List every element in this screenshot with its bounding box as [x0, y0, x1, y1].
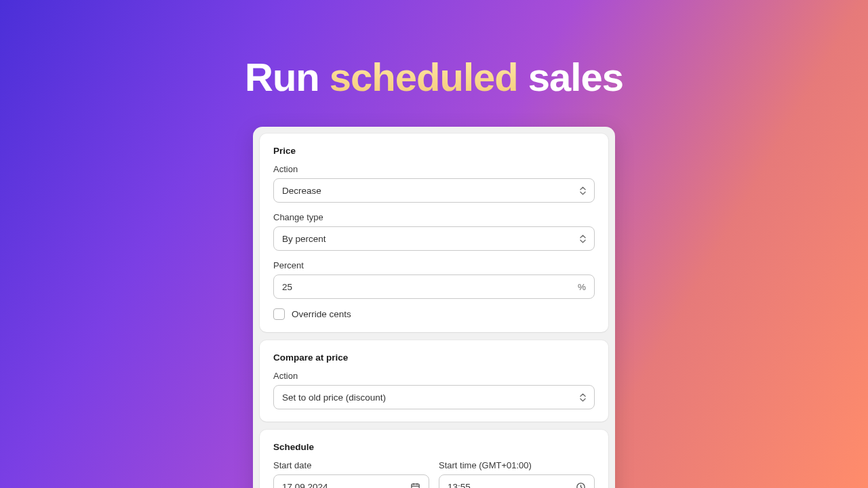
compare-title: Compare at price: [273, 352, 595, 363]
compare-card: Compare at price Action Set to old price…: [260, 340, 608, 422]
compare-action-select[interactable]: Set to old price (discount): [273, 385, 595, 409]
override-cents-label: Override cents: [292, 309, 351, 319]
calendar-icon: [410, 482, 420, 489]
heading-highlight: scheduled: [330, 55, 518, 99]
price-change-type-label: Change type: [273, 212, 595, 222]
price-change-type-value: By percent: [282, 234, 580, 244]
price-percent-input-wrap[interactable]: %: [273, 274, 595, 299]
clock-icon: [576, 482, 586, 489]
heading-part1: Run: [245, 55, 330, 99]
start-time-label: Start time (GMT+01:00): [439, 460, 595, 470]
schedule-card: Schedule Start date: [260, 430, 608, 488]
start-time-input[interactable]: [448, 482, 576, 489]
select-stepper-icon: [580, 393, 586, 402]
price-action-select[interactable]: Decrease: [273, 178, 595, 203]
select-stepper-icon: [580, 186, 586, 195]
percent-suffix: %: [578, 282, 586, 292]
price-title: Price: [273, 146, 595, 156]
price-change-type-select[interactable]: By percent: [273, 226, 595, 251]
override-cents-checkbox[interactable]: [273, 308, 285, 320]
price-percent-label: Percent: [273, 260, 595, 270]
start-date-label: Start date: [273, 460, 429, 470]
start-date-input-wrap[interactable]: [273, 474, 429, 488]
compare-action-label: Action: [273, 371, 595, 381]
price-action-value: Decrease: [282, 186, 580, 196]
heading-part2: sales: [518, 55, 623, 99]
schedule-title: Schedule: [273, 442, 595, 452]
price-card: Price Action Decrease Change type By per…: [260, 134, 608, 332]
start-time-input-wrap[interactable]: [439, 474, 595, 488]
price-action-label: Action: [273, 164, 595, 174]
price-percent-input[interactable]: [282, 282, 578, 292]
select-stepper-icon: [580, 235, 586, 243]
page-heading: Run scheduled sales: [0, 54, 868, 100]
form-panel: Price Action Decrease Change type By per…: [253, 127, 615, 488]
compare-action-value: Set to old price (discount): [282, 392, 580, 403]
start-date-input[interactable]: [282, 482, 410, 489]
